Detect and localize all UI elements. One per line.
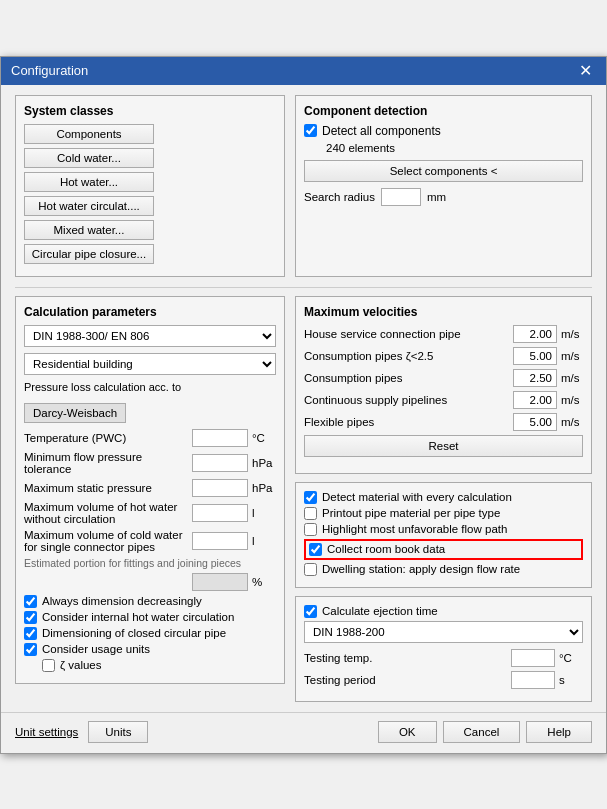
system-class-row: Circular pipe closure... (24, 244, 276, 264)
system-class-button[interactable]: Mixed water... (24, 220, 154, 240)
bottom-section: Calculation parameters DIN 1988-300/ EN … (15, 296, 592, 702)
ejection-check-row: Calculate ejection time (304, 605, 583, 618)
pressure-loss-label: Pressure loss calculation acc. to (24, 381, 181, 393)
detect-all-checkbox[interactable] (304, 124, 317, 137)
system-class-row: Mixed water... (24, 220, 276, 240)
title-bar: Configuration ✕ (1, 57, 606, 85)
search-radius-unit: mm (427, 191, 446, 203)
max-hot-row: Maximum volume of hot water without circ… (24, 501, 276, 525)
max-static-input[interactable]: 5000.0 (192, 479, 248, 497)
velocity-label: Consumption pipes (304, 372, 513, 384)
velocity-input[interactable] (513, 413, 557, 431)
system-class-row: Hot water circulat.... (24, 196, 276, 216)
system-class-row: Components (24, 124, 276, 144)
max-hot-input[interactable]: 3.0 (192, 504, 248, 522)
calc-checkbox[interactable] (42, 659, 55, 672)
max-static-unit: hPa (252, 482, 276, 494)
velocity-unit: m/s (561, 394, 583, 406)
temperature-label: Temperature (PWC) (24, 432, 192, 444)
velocity-label: House service connection pipe (304, 328, 513, 340)
system-classes-rows: ComponentsCold water...Hot water...Hot w… (24, 124, 276, 264)
velocity-input[interactable] (513, 347, 557, 365)
component-detection-title: Component detection (304, 104, 583, 118)
din-dropdown[interactable]: DIN 1988-300/ EN 806 (24, 325, 276, 347)
option-checkbox[interactable] (304, 507, 317, 520)
velocity-input[interactable] (513, 369, 557, 387)
calc-checkbox[interactable] (24, 643, 37, 656)
system-class-button[interactable]: Circular pipe closure... (24, 244, 154, 264)
ejection-box: Calculate ejection time DIN 1988-200 Tes… (295, 596, 592, 702)
est-portion-row: 0 % (24, 573, 276, 591)
ok-button[interactable]: OK (378, 721, 437, 743)
min-flow-input[interactable]: 0.0 (192, 454, 248, 472)
search-radius-label: Search radius (304, 191, 375, 203)
option-checkbox-row: Detect material with every calculation (304, 491, 583, 504)
velocity-unit: m/s (561, 416, 583, 428)
option-checkbox-row: Printout pipe material per pipe type (304, 507, 583, 520)
min-flow-row: Minimum flow pressure tolerance 0.0 hPa (24, 451, 276, 475)
system-class-row: Hot water... (24, 172, 276, 192)
collect-room-checkbox[interactable] (309, 543, 322, 556)
calc-checkbox-row: Always dimension decreasingly (24, 595, 276, 608)
testing-period-row: Testing period 30.0 s (304, 671, 583, 689)
darcy-button[interactable]: Darcy-Weisbach (24, 403, 126, 423)
system-class-button[interactable]: Cold water... (24, 148, 154, 168)
reset-button[interactable]: Reset (304, 435, 583, 457)
testing-temp-unit: °C (559, 652, 583, 664)
est-portion-label: Estimated portion for fittings and joini… (24, 557, 276, 569)
dialog-body: System classes ComponentsCold water...Ho… (1, 85, 606, 712)
calc-checkbox[interactable] (24, 627, 37, 640)
max-vel-title: Maximum velocities (304, 305, 583, 319)
units-button[interactable]: Units (88, 721, 148, 743)
testing-temp-input[interactable]: 55.0 (511, 649, 555, 667)
dialog-title: Configuration (11, 63, 88, 78)
elements-count: 240 elements (326, 142, 583, 154)
select-components-button[interactable]: Select components < (304, 160, 583, 182)
calc-checkbox[interactable] (24, 611, 37, 624)
velocity-input[interactable] (513, 391, 557, 409)
help-button[interactable]: Help (526, 721, 592, 743)
dwelling-label: Dwelling station: apply design flow rate (322, 563, 520, 575)
velocity-row: Consumption pipesm/s (304, 369, 583, 387)
configuration-dialog: Configuration ✕ System classes Component… (0, 56, 607, 754)
testing-period-input[interactable]: 30.0 (511, 671, 555, 689)
system-class-button[interactable]: Hot water... (24, 172, 154, 192)
building-type-dropdown[interactable]: Residential building (24, 353, 276, 375)
unit-settings-link[interactable]: Unit settings (15, 726, 78, 738)
ejection-dropdown[interactable]: DIN 1988-200 (304, 621, 583, 643)
calc-checkbox[interactable] (24, 595, 37, 608)
close-button[interactable]: ✕ (575, 63, 596, 79)
testing-period-unit: s (559, 674, 583, 686)
max-cold-row: Maximum volume of cold water for single … (24, 529, 276, 553)
footer-right: OK Cancel Help (378, 721, 592, 743)
footer: Unit settings Units OK Cancel Help (1, 712, 606, 753)
calc-params-title: Calculation parameters (24, 305, 276, 319)
calc-checkbox-row: Consider usage units (24, 643, 276, 656)
system-class-button[interactable]: Hot water circulat.... (24, 196, 154, 216)
testing-temp-label: Testing temp. (304, 652, 511, 664)
max-vel-box: Maximum velocities House service connect… (295, 296, 592, 474)
temperature-unit: °C (252, 432, 276, 444)
max-static-row: Maximum static pressure 5000.0 hPa (24, 479, 276, 497)
max-cold-unit: l (252, 535, 276, 547)
max-cold-input[interactable]: 3.0 (192, 532, 248, 550)
system-class-row: Cold water... (24, 148, 276, 168)
calc-checkbox-label: Consider internal hot water circulation (42, 611, 234, 623)
cancel-button[interactable]: Cancel (443, 721, 521, 743)
system-class-button[interactable]: Components (24, 124, 154, 144)
calc-checkbox-label: ζ values (60, 659, 102, 671)
ejection-checkbox[interactable] (304, 605, 317, 618)
system-classes-title: System classes (24, 104, 276, 118)
velocity-input[interactable] (513, 325, 557, 343)
option-checkbox[interactable] (304, 491, 317, 504)
detect-all-label: Detect all components (322, 124, 441, 138)
min-flow-unit: hPa (252, 457, 276, 469)
dwelling-checkbox[interactable] (304, 563, 317, 576)
max-hot-label: Maximum volume of hot water without circ… (24, 501, 192, 525)
option-checkbox[interactable] (304, 523, 317, 536)
max-static-label: Maximum static pressure (24, 482, 192, 494)
option-checkbox-row: Highlight most unfavorable flow path (304, 523, 583, 536)
temperature-input[interactable]: 10.0 (192, 429, 248, 447)
search-radius-input[interactable]: 1.0 (381, 188, 421, 206)
max-hot-unit: l (252, 507, 276, 519)
